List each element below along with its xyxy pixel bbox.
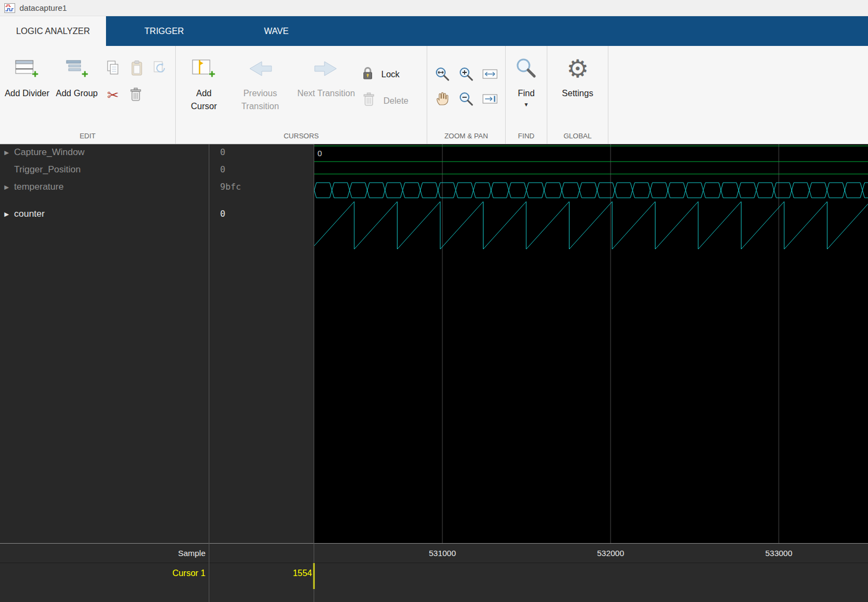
signal-row-temperature[interactable]: ▶ temperature — [0, 180, 209, 194]
section-label-edit: EDIT — [0, 132, 175, 140]
add-cursor-icon — [191, 57, 217, 81]
previous-transition-button[interactable]: Previous Transition — [228, 57, 292, 113]
section-cursors: Add Cursor Previous Transition Next Tran… — [176, 46, 427, 144]
signal-row-capture-window[interactable]: ▶ Capture_Window — [0, 145, 209, 159]
section-zoom-pan: ZOOM & PAN — [427, 46, 506, 144]
duplicate-button[interactable] — [150, 58, 169, 78]
section-find: Find ▼ FIND — [506, 46, 547, 144]
signal-name: Capture_Window — [14, 147, 84, 158]
delete-signal-button[interactable] — [127, 85, 145, 105]
axis-tick-label: 533000 — [765, 544, 792, 563]
delete-trash-icon — [361, 91, 377, 111]
signal-value: 9bfc — [220, 180, 241, 194]
status-bar: Sample 531000 532000 533000 Cursor 1 155… — [0, 543, 868, 602]
add-group-icon — [64, 57, 90, 81]
signal-names-panel: ▶ Capture_Window Trigger_Position ▶ temp… — [0, 144, 209, 543]
signal-name: Trigger_Position — [14, 164, 81, 175]
tab-wave[interactable]: WAVE — [222, 16, 330, 46]
cursor-name-label: Cursor 1 — [0, 563, 206, 584]
copy-icon — [105, 59, 121, 77]
axis-tick-label: 531000 — [429, 544, 456, 563]
zoom-out-icon — [458, 91, 474, 107]
paste-icon — [129, 59, 145, 77]
tab-logic-analyzer[interactable]: LOGIC ANALYZER — [0, 16, 106, 46]
add-divider-label: Add Divider — [5, 87, 50, 100]
next-transition-label: Next Transition — [297, 87, 355, 100]
previous-transition-label: Previous Transition — [228, 87, 292, 113]
signal-value: 0 — [220, 145, 226, 159]
cursor-value: 1554 — [209, 563, 312, 584]
pan-button[interactable] — [433, 89, 452, 109]
settings-button[interactable]: ⚙ Settings — [552, 57, 604, 100]
expand-arrow-icon[interactable]: ▶ — [4, 211, 14, 218]
section-label-global: GLOBAL — [547, 132, 608, 140]
add-cursor-label: Add Cursor — [183, 87, 225, 113]
signal-row-counter[interactable]: ▶ counter — [0, 207, 209, 221]
pan-to-edge-icon — [482, 91, 498, 107]
fit-to-view-button[interactable] — [480, 64, 500, 84]
names-values-splitter[interactable] — [209, 144, 209, 602]
waveform-canvas — [314, 144, 868, 543]
copy-button[interactable] — [104, 58, 122, 78]
paste-button[interactable] — [128, 58, 146, 78]
zoom-in-button[interactable] — [456, 64, 476, 84]
section-label-cursors: CURSORS — [176, 132, 427, 140]
add-group-label: Add Group — [56, 87, 97, 100]
sample-axis-label: Sample — [0, 544, 206, 563]
capture-window-value-label: 0 — [317, 149, 322, 158]
signal-row-trigger-position[interactable]: Trigger_Position — [0, 163, 209, 177]
sample-axis-row: Sample 531000 532000 533000 — [0, 544, 868, 563]
zoom-in-icon — [458, 66, 474, 82]
find-dropdown-caret-icon: ▼ — [524, 102, 529, 108]
signal-name: temperature — [14, 182, 64, 192]
signal-name: counter — [14, 209, 45, 219]
signal-value: 0 — [220, 207, 226, 221]
zoom-in-time-icon — [434, 66, 450, 82]
cut-scissors-icon: ✂ — [107, 88, 119, 102]
zoom-in-time-button[interactable] — [433, 64, 452, 84]
add-cursor-button[interactable]: Add Cursor — [183, 57, 225, 113]
next-transition-button[interactable]: Next Transition — [296, 57, 356, 100]
section-edit: Add Divider Add Group — [0, 46, 176, 144]
tab-strip: LOGIC ANALYZER TRIGGER WAVE — [0, 16, 868, 46]
waveform-display[interactable]: 0 — [314, 144, 868, 543]
settings-label: Settings — [562, 87, 593, 100]
previous-transition-arrow-icon — [248, 57, 273, 81]
find-label: Find — [518, 87, 534, 100]
trash-icon — [128, 86, 144, 104]
pan-to-edge-button[interactable] — [480, 89, 500, 109]
delete-label: Delete — [383, 96, 408, 106]
find-magnifier-icon — [514, 57, 538, 81]
section-global: ⚙ Settings GLOBAL — [547, 46, 608, 144]
lock-icon — [361, 65, 375, 84]
lock-label: Lock — [381, 70, 400, 79]
fit-to-view-icon — [482, 66, 498, 82]
duplicate-icon — [151, 59, 168, 77]
section-label-find: FIND — [506, 132, 547, 140]
expand-arrow-icon[interactable]: ▶ — [4, 149, 14, 156]
add-divider-button[interactable]: Add Divider — [3, 57, 51, 100]
next-transition-arrow-icon — [314, 57, 339, 81]
section-label-zoom-pan: ZOOM & PAN — [427, 132, 505, 140]
settings-gear-icon: ⚙ — [566, 57, 588, 81]
values-wave-splitter[interactable] — [314, 144, 314, 602]
app-icon — [4, 3, 15, 13]
logic-analyzer-window: datacapture1 LOGIC ANALYZER TRIGGER WAVE… — [0, 0, 868, 602]
tab-trigger[interactable]: TRIGGER — [106, 16, 222, 46]
window-title: datacapture1 — [19, 3, 67, 12]
zoom-out-button[interactable] — [456, 89, 476, 109]
delete-cursor-button[interactable]: Delete — [361, 91, 408, 111]
toolstrip: Add Divider Add Group — [0, 46, 868, 144]
signal-values-panel: 0 0 9bfc 0 — [209, 144, 314, 543]
lock-cursor-button[interactable]: Lock — [361, 65, 400, 84]
cursor-row[interactable]: Cursor 1 1554 — [0, 563, 868, 584]
title-bar: datacapture1 — [0, 0, 868, 16]
find-button[interactable]: Find ▼ — [510, 57, 542, 108]
cut-button[interactable]: ✂ — [104, 85, 122, 105]
axis-tick-label: 532000 — [597, 544, 624, 563]
pan-hand-icon — [434, 91, 450, 107]
expand-arrow-icon[interactable]: ▶ — [4, 184, 14, 191]
add-group-button[interactable]: Add Group — [53, 57, 101, 100]
signal-value: 0 — [220, 163, 226, 177]
edit-small-buttons: ✂ — [103, 53, 174, 124]
